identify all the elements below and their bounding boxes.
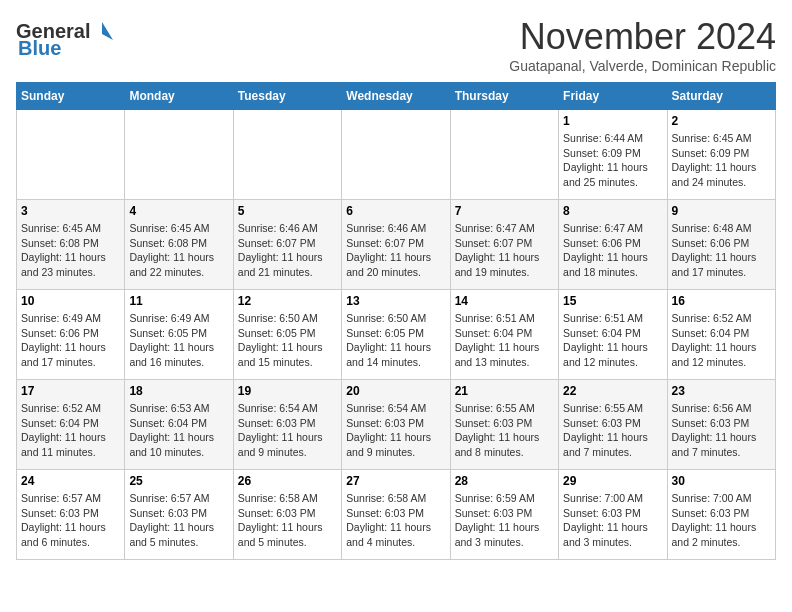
calendar-cell bbox=[233, 110, 341, 200]
calendar-cell bbox=[342, 110, 450, 200]
day-info: Sunrise: 6:52 AMSunset: 6:04 PMDaylight:… bbox=[672, 311, 771, 370]
calendar-cell: 18Sunrise: 6:53 AMSunset: 6:04 PMDayligh… bbox=[125, 380, 233, 470]
day-info: Sunrise: 6:45 AMSunset: 6:08 PMDaylight:… bbox=[21, 221, 120, 280]
location-subtitle: Guatapanal, Valverde, Dominican Republic bbox=[509, 58, 776, 74]
day-number: 6 bbox=[346, 204, 445, 218]
day-number: 1 bbox=[563, 114, 662, 128]
day-number: 16 bbox=[672, 294, 771, 308]
calendar-cell: 15Sunrise: 6:51 AMSunset: 6:04 PMDayligh… bbox=[559, 290, 667, 380]
calendar-cell: 16Sunrise: 6:52 AMSunset: 6:04 PMDayligh… bbox=[667, 290, 775, 380]
day-info: Sunrise: 6:57 AMSunset: 6:03 PMDaylight:… bbox=[21, 491, 120, 550]
day-number: 20 bbox=[346, 384, 445, 398]
svg-marker-0 bbox=[102, 22, 113, 40]
calendar-cell bbox=[17, 110, 125, 200]
day-info: Sunrise: 6:47 AMSunset: 6:07 PMDaylight:… bbox=[455, 221, 554, 280]
day-info: Sunrise: 6:55 AMSunset: 6:03 PMDaylight:… bbox=[455, 401, 554, 460]
calendar-week-1: 1Sunrise: 6:44 AMSunset: 6:09 PMDaylight… bbox=[17, 110, 776, 200]
day-info: Sunrise: 6:58 AMSunset: 6:03 PMDaylight:… bbox=[346, 491, 445, 550]
calendar-cell: 10Sunrise: 6:49 AMSunset: 6:06 PMDayligh… bbox=[17, 290, 125, 380]
day-info: Sunrise: 6:49 AMSunset: 6:05 PMDaylight:… bbox=[129, 311, 228, 370]
day-number: 14 bbox=[455, 294, 554, 308]
day-number: 12 bbox=[238, 294, 337, 308]
calendar-cell: 17Sunrise: 6:52 AMSunset: 6:04 PMDayligh… bbox=[17, 380, 125, 470]
calendar-cell: 20Sunrise: 6:54 AMSunset: 6:03 PMDayligh… bbox=[342, 380, 450, 470]
calendar-cell: 13Sunrise: 6:50 AMSunset: 6:05 PMDayligh… bbox=[342, 290, 450, 380]
calendar-header-row: SundayMondayTuesdayWednesdayThursdayFrid… bbox=[17, 83, 776, 110]
calendar-cell: 23Sunrise: 6:56 AMSunset: 6:03 PMDayligh… bbox=[667, 380, 775, 470]
day-number: 24 bbox=[21, 474, 120, 488]
day-info: Sunrise: 6:51 AMSunset: 6:04 PMDaylight:… bbox=[455, 311, 554, 370]
day-number: 7 bbox=[455, 204, 554, 218]
day-info: Sunrise: 6:54 AMSunset: 6:03 PMDaylight:… bbox=[346, 401, 445, 460]
day-number: 15 bbox=[563, 294, 662, 308]
day-number: 22 bbox=[563, 384, 662, 398]
calendar-table: SundayMondayTuesdayWednesdayThursdayFrid… bbox=[16, 82, 776, 560]
day-info: Sunrise: 6:58 AMSunset: 6:03 PMDaylight:… bbox=[238, 491, 337, 550]
calendar-cell bbox=[125, 110, 233, 200]
day-info: Sunrise: 6:46 AMSunset: 6:07 PMDaylight:… bbox=[346, 221, 445, 280]
calendar-cell: 9Sunrise: 6:48 AMSunset: 6:06 PMDaylight… bbox=[667, 200, 775, 290]
day-info: Sunrise: 6:45 AMSunset: 6:08 PMDaylight:… bbox=[129, 221, 228, 280]
calendar-week-4: 17Sunrise: 6:52 AMSunset: 6:04 PMDayligh… bbox=[17, 380, 776, 470]
day-info: Sunrise: 6:52 AMSunset: 6:04 PMDaylight:… bbox=[21, 401, 120, 460]
day-number: 11 bbox=[129, 294, 228, 308]
calendar-cell: 1Sunrise: 6:44 AMSunset: 6:09 PMDaylight… bbox=[559, 110, 667, 200]
day-number: 25 bbox=[129, 474, 228, 488]
calendar-week-3: 10Sunrise: 6:49 AMSunset: 6:06 PMDayligh… bbox=[17, 290, 776, 380]
calendar-cell: 22Sunrise: 6:55 AMSunset: 6:03 PMDayligh… bbox=[559, 380, 667, 470]
calendar-cell: 24Sunrise: 6:57 AMSunset: 6:03 PMDayligh… bbox=[17, 470, 125, 560]
day-info: Sunrise: 6:47 AMSunset: 6:06 PMDaylight:… bbox=[563, 221, 662, 280]
calendar-cell: 21Sunrise: 6:55 AMSunset: 6:03 PMDayligh… bbox=[450, 380, 558, 470]
day-number: 23 bbox=[672, 384, 771, 398]
day-number: 8 bbox=[563, 204, 662, 218]
calendar-cell: 26Sunrise: 6:58 AMSunset: 6:03 PMDayligh… bbox=[233, 470, 341, 560]
calendar-week-2: 3Sunrise: 6:45 AMSunset: 6:08 PMDaylight… bbox=[17, 200, 776, 290]
calendar-cell: 29Sunrise: 7:00 AMSunset: 6:03 PMDayligh… bbox=[559, 470, 667, 560]
calendar-cell: 8Sunrise: 6:47 AMSunset: 6:06 PMDaylight… bbox=[559, 200, 667, 290]
page-header: General Blue November 2024 Guatapanal, V… bbox=[16, 16, 776, 74]
calendar-cell: 30Sunrise: 7:00 AMSunset: 6:03 PMDayligh… bbox=[667, 470, 775, 560]
day-info: Sunrise: 6:46 AMSunset: 6:07 PMDaylight:… bbox=[238, 221, 337, 280]
calendar-cell: 28Sunrise: 6:59 AMSunset: 6:03 PMDayligh… bbox=[450, 470, 558, 560]
calendar-header-sunday: Sunday bbox=[17, 83, 125, 110]
logo-icon bbox=[91, 20, 113, 42]
day-number: 13 bbox=[346, 294, 445, 308]
day-number: 3 bbox=[21, 204, 120, 218]
logo-blue: Blue bbox=[18, 37, 61, 60]
day-info: Sunrise: 7:00 AMSunset: 6:03 PMDaylight:… bbox=[563, 491, 662, 550]
calendar-cell: 3Sunrise: 6:45 AMSunset: 6:08 PMDaylight… bbox=[17, 200, 125, 290]
day-number: 28 bbox=[455, 474, 554, 488]
day-info: Sunrise: 6:51 AMSunset: 6:04 PMDaylight:… bbox=[563, 311, 662, 370]
day-number: 21 bbox=[455, 384, 554, 398]
day-info: Sunrise: 6:54 AMSunset: 6:03 PMDaylight:… bbox=[238, 401, 337, 460]
day-number: 10 bbox=[21, 294, 120, 308]
day-info: Sunrise: 6:44 AMSunset: 6:09 PMDaylight:… bbox=[563, 131, 662, 190]
day-info: Sunrise: 6:50 AMSunset: 6:05 PMDaylight:… bbox=[238, 311, 337, 370]
calendar-cell: 7Sunrise: 6:47 AMSunset: 6:07 PMDaylight… bbox=[450, 200, 558, 290]
day-info: Sunrise: 6:53 AMSunset: 6:04 PMDaylight:… bbox=[129, 401, 228, 460]
calendar-cell: 5Sunrise: 6:46 AMSunset: 6:07 PMDaylight… bbox=[233, 200, 341, 290]
day-number: 19 bbox=[238, 384, 337, 398]
day-number: 26 bbox=[238, 474, 337, 488]
day-number: 18 bbox=[129, 384, 228, 398]
calendar-body: 1Sunrise: 6:44 AMSunset: 6:09 PMDaylight… bbox=[17, 110, 776, 560]
calendar-cell: 6Sunrise: 6:46 AMSunset: 6:07 PMDaylight… bbox=[342, 200, 450, 290]
calendar-header-thursday: Thursday bbox=[450, 83, 558, 110]
day-number: 5 bbox=[238, 204, 337, 218]
calendar-cell: 25Sunrise: 6:57 AMSunset: 6:03 PMDayligh… bbox=[125, 470, 233, 560]
day-number: 9 bbox=[672, 204, 771, 218]
calendar-cell: 4Sunrise: 6:45 AMSunset: 6:08 PMDaylight… bbox=[125, 200, 233, 290]
day-info: Sunrise: 6:45 AMSunset: 6:09 PMDaylight:… bbox=[672, 131, 771, 190]
calendar-header-friday: Friday bbox=[559, 83, 667, 110]
calendar-cell: 2Sunrise: 6:45 AMSunset: 6:09 PMDaylight… bbox=[667, 110, 775, 200]
day-number: 27 bbox=[346, 474, 445, 488]
calendar-header-wednesday: Wednesday bbox=[342, 83, 450, 110]
logo: General Blue bbox=[16, 16, 113, 60]
day-number: 29 bbox=[563, 474, 662, 488]
day-info: Sunrise: 6:57 AMSunset: 6:03 PMDaylight:… bbox=[129, 491, 228, 550]
calendar-cell: 19Sunrise: 6:54 AMSunset: 6:03 PMDayligh… bbox=[233, 380, 341, 470]
calendar-header-saturday: Saturday bbox=[667, 83, 775, 110]
calendar-week-5: 24Sunrise: 6:57 AMSunset: 6:03 PMDayligh… bbox=[17, 470, 776, 560]
month-title: November 2024 bbox=[509, 16, 776, 58]
day-info: Sunrise: 6:48 AMSunset: 6:06 PMDaylight:… bbox=[672, 221, 771, 280]
